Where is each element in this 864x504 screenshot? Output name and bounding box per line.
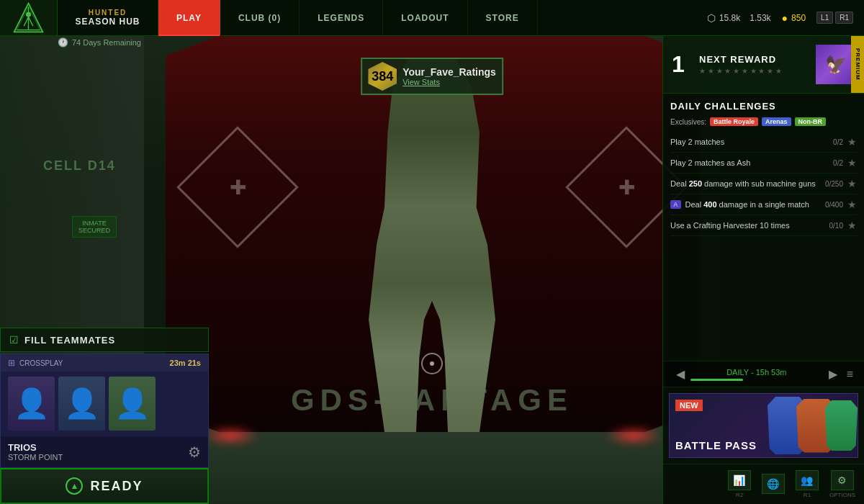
btn-r1[interactable]: R1 — [835, 12, 853, 24]
challenge-2-text: Play 2 matches as Ash — [670, 158, 829, 167]
squad-nav-icon[interactable]: 👥 R1 — [796, 470, 819, 498]
player-details: Your_Fave_Ratings View Stats — [402, 66, 496, 86]
tag-non-br: Non-BR — [795, 117, 827, 126]
challenge-4: A Deal 400 damage in a single match 0/40… — [670, 194, 857, 215]
stats-icon: 📊 — [728, 470, 751, 490]
global-nav-icon[interactable]: 🌐 — [762, 474, 785, 495]
party-char-3: 👤 — [109, 377, 156, 431]
challenge-1-progress: 0/2 — [833, 138, 843, 146]
bottom-right-nav: 📊 R2 🌐 👥 R1 ⚙ OPTIONS — [663, 464, 864, 504]
svg-point-4 — [26, 12, 31, 17]
timer-menu-icon[interactable]: ≡ — [843, 368, 857, 381]
challenge-5-text: Use a Crafting Harvester 10 times — [670, 221, 825, 230]
clock-icon: 🕐 — [58, 37, 68, 48]
star-7: ★ — [750, 67, 757, 75]
stats-nav-icon[interactable]: 📊 R2 — [728, 470, 751, 498]
tag-battle-royale: Battle Royale — [710, 117, 758, 126]
challenge-1-star: ★ — [847, 136, 857, 148]
reward-icon: 🦅 — [825, 55, 847, 75]
challenge-5: Use a Crafting Harvester 10 times 0/10 ★ — [670, 215, 857, 236]
season-hub: HUNTED SEASON HUB — [58, 0, 158, 35]
r2-label: R2 — [736, 492, 743, 498]
challenge-5-star: ★ — [847, 220, 857, 231]
logo — [0, 0, 58, 35]
daily-challenges-title: DAILY CHALLENGES — [670, 101, 857, 112]
timer-next-btn[interactable]: ▶ — [823, 367, 843, 381]
challenge-2: Play 2 matches as Ash 0/2 ★ — [670, 153, 857, 174]
challenge-4-tag: A — [670, 200, 681, 209]
settings-icon: ⚙ — [831, 470, 854, 490]
tab-play[interactable]: PLAY — [158, 0, 220, 35]
tab-loadout[interactable]: LOADOUT — [383, 0, 467, 35]
btn-l1[interactable]: L1 — [816, 12, 833, 24]
currency-gold-item: ● 850 — [782, 12, 806, 24]
reward-image: 🦅 — [816, 45, 855, 84]
party-char-2: 👤 — [58, 377, 105, 431]
right-panel: 1 NEXT REWARD ★ ★ ★ ★ ★ ★ ★ ★ ★ ★ 🦅 PREM… — [662, 36, 864, 504]
timer-prev-btn[interactable]: ◀ — [670, 367, 690, 381]
challenge-1-text: Play 2 matches — [670, 138, 829, 146]
top-nav: HUNTED SEASON HUB PLAY CLUB (0) LEGENDS … — [0, 0, 864, 36]
star-4: ★ — [724, 67, 731, 75]
options-label: OPTIONS — [829, 492, 855, 498]
r1-label: R1 — [804, 492, 811, 498]
challenge-3-progress: 0/250 — [825, 180, 843, 188]
currency-silver-item: ⬡ 15.8k 1.53k — [707, 12, 771, 24]
party-footer: TRIOS STORM POINT ⚙ — [1, 436, 208, 467]
ready-label: READY — [90, 479, 143, 494]
tab-store[interactable]: STORE — [468, 0, 538, 35]
next-reward-section: 1 NEXT REWARD ★ ★ ★ ★ ★ ★ ★ ★ ★ ★ 🦅 PREM… — [663, 36, 864, 94]
tag-arenas: Arenas — [762, 117, 791, 126]
floor-text: GDS-VANTAGE — [291, 383, 573, 418]
challenge-1: Play 2 matches 0/2 ★ — [670, 132, 857, 153]
char-3-silhouette: 👤 — [109, 377, 156, 431]
bp-characters — [742, 394, 858, 457]
red-glow-right — [605, 425, 662, 446]
challenge-4-progress: 0/400 — [825, 201, 843, 209]
star-5: ★ — [733, 67, 739, 75]
star-10: ★ — [775, 67, 782, 75]
nav-tabs: PLAY CLUB (0) LEGENDS LOADOUT STORE — [158, 0, 696, 35]
bp-title: BATTLE PASS — [675, 439, 757, 451]
squad-icon: 👥 — [796, 470, 819, 490]
bp-banner[interactable]: NEW BATTLE PASS — [669, 393, 858, 458]
tab-club[interactable]: CLUB (0) — [220, 0, 300, 35]
svg-line-6 — [29, 17, 33, 27]
ready-btn-icon: ▲ — [66, 477, 83, 495]
exclusives-label: Exclusives: — [670, 118, 706, 126]
party-timer: 23m 21s — [170, 359, 201, 367]
challenge-4-star: ★ — [847, 199, 857, 210]
party-map-label: STORM POINT — [8, 453, 63, 462]
reward-stars: ★ ★ ★ ★ ★ ★ ★ ★ ★ ★ — [699, 67, 810, 75]
char-1-silhouette: 👤 — [8, 377, 55, 431]
party-header: ⊞ CROSSPLAY 23m 21s — [1, 354, 208, 372]
crossplay-icon: ⊞ — [8, 358, 15, 368]
crossplay-label: CROSSPLAY — [19, 359, 63, 367]
tab-legends[interactable]: LEGENDS — [300, 0, 383, 35]
challenge-3: Deal 250 damage with sub machine guns 0/… — [670, 174, 857, 194]
daily-challenges-section: DAILY CHALLENGES Exclusives: Battle Roya… — [663, 94, 864, 361]
star-1: ★ — [699, 67, 706, 75]
challenge-5-progress: 0/10 — [829, 222, 843, 230]
char-2-silhouette: 👤 — [58, 377, 105, 431]
nav-right: ⬡ 15.8k 1.53k ● 850 L1 R1 — [696, 0, 864, 35]
star-9: ★ — [767, 67, 773, 75]
fill-teammates-label: FILL TEAMMATES — [24, 335, 115, 346]
player-info: 384 Your_Fave_Ratings View Stats — [361, 58, 503, 95]
party-mode-info: TRIOS STORM POINT — [8, 442, 63, 462]
view-stats-link[interactable]: View Stats — [402, 78, 496, 86]
timer-label: DAILY - 15h 53m — [690, 368, 823, 377]
ready-button[interactable]: ▲ READY — [0, 468, 209, 504]
party-chars: 👤 👤 👤 — [1, 372, 208, 436]
season-name: HUNTED — [89, 9, 127, 17]
party-mode-label: TRIOS — [8, 442, 63, 453]
party-finder: ⊞ CROSSPLAY 23m 21s 👤 👤 👤 TRIOS STORM PO… — [0, 354, 209, 468]
party-settings-icon[interactable]: ⚙ — [188, 444, 201, 461]
triangle-icon: ▲ — [71, 481, 79, 491]
settings-nav-icon[interactable]: ⚙ OPTIONS — [829, 470, 855, 498]
reward-info: NEXT REWARD ★ ★ ★ ★ ★ ★ ★ ★ ★ ★ — [699, 54, 810, 75]
currency-gold-value: 850 — [791, 13, 806, 23]
season-timer: 🕐 74 Days Remaining — [58, 37, 141, 48]
challenge-2-progress: 0/2 — [833, 159, 843, 167]
fill-teammates-bar[interactable]: ☑ FILL TEAMMATES — [0, 328, 209, 352]
